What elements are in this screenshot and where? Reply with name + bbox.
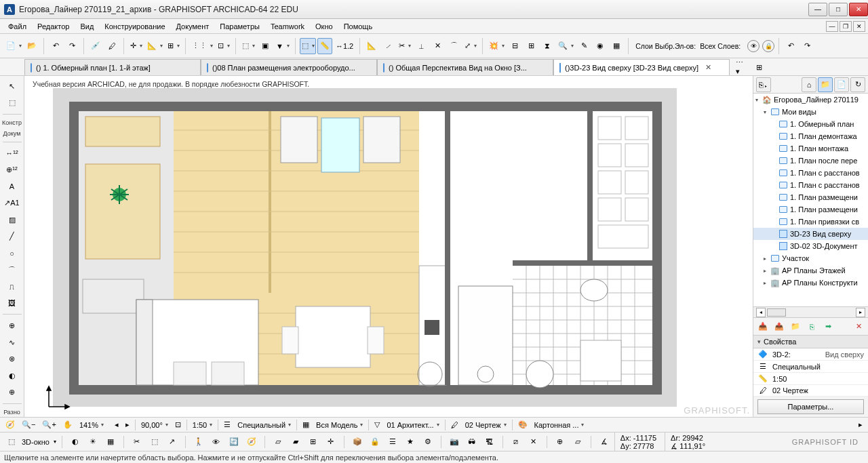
explode-button[interactable]: 💥 [487,38,506,54]
scroll-thumb[interactable] [767,308,786,317]
orbit-3d-button[interactable]: 🔄 [226,435,241,449]
new-button[interactable]: 📄 [4,38,23,54]
hotspot-tool[interactable]: ⊗ [3,351,22,367]
tree-other-folder[interactable]: ▸Участок [753,252,868,264]
layer-redo-button[interactable]: ↷ [800,38,814,54]
menu-document[interactable]: Документ [171,21,215,32]
menu-view[interactable]: Вид [75,21,99,32]
guideline-button[interactable]: 📐 [145,38,164,54]
trace-button[interactable]: ⬚ [300,38,316,54]
layer-lock-icon[interactable]: 🔒 [762,40,774,52]
pan-button[interactable]: ✋ [60,419,75,431]
override-icon[interactable]: 🎨 [515,419,530,431]
layer-combo-dropdown[interactable]: Специальный [235,419,294,431]
tree-my-views[interactable]: ▾Мои виды [753,106,868,118]
tab-overflow-button[interactable]: ⋯▾ [734,59,749,75]
tree-view-item[interactable]: 1. План размещени [753,203,868,216]
override-dropdown[interactable]: Картонная ... [532,419,587,431]
adjust-button[interactable]: ⟂ [414,38,429,54]
tree-view-3d-b[interactable]: 3D-02 3D-Документ [753,240,868,252]
editing-plane-button[interactable]: ▱ [271,435,285,449]
explore-button[interactable]: 🧭 [244,435,259,449]
new-folder-button[interactable]: 📁 [789,320,802,334]
close-button[interactable]: ✕ [849,3,868,16]
tree-other-folder[interactable]: ▸🏢AP Планы Конструкти [753,277,868,289]
snap-button[interactable]: ⊞ [165,38,181,54]
layers-3d-button[interactable]: ☰ [385,435,400,449]
text-tool[interactable]: A [3,179,22,195]
tab-2[interactable]: () Общая Перспектива Вид на Окно [З... [377,59,553,75]
angle-dropdown[interactable]: 90,00° [138,419,171,431]
drawing-tool[interactable]: 🖼 [3,296,22,311]
save-view-as-button[interactable]: 📤 [772,320,786,334]
camera-button[interactable]: 📷 [447,435,462,449]
settings-3d-button[interactable]: ⚙ [420,435,435,449]
tree-view-item[interactable]: 1. План с расстанов [753,167,868,179]
3d-window-icon[interactable]: ⬚ [4,435,19,449]
menu-teamwork[interactable]: Teamwork [265,21,310,32]
grid-3d-button[interactable]: ⊞ [306,435,321,449]
open-button[interactable]: 📂 [24,38,39,54]
measure-button[interactable]: 📐 [364,38,379,54]
menu-design[interactable]: Конструирование [99,21,170,32]
tag1-button[interactable]: ⧄ [509,435,524,449]
maximize-button[interactable]: □ [829,3,848,16]
sun-button[interactable]: ☀ [85,435,100,449]
filter-button[interactable]: ▦ [609,38,624,54]
split-button[interactable]: ✂ [397,38,412,54]
scroll-right-icon[interactable]: ▸ [856,308,865,317]
vr-button[interactable]: 🕶 [465,435,479,449]
polyline-tool[interactable]: ⎍ [3,279,22,294]
prev-zoom-button[interactable]: ◂ [112,419,121,431]
redo-button[interactable]: ↷ [64,38,79,54]
options-collapse-button[interactable]: ▸ [856,419,865,431]
figure-tool[interactable]: ◐ [3,368,22,384]
element-snap-button[interactable]: ⊡ [216,38,231,54]
tree-other-folder[interactable]: ▸🏢AP Планы Этажей [753,264,868,277]
find-select-button[interactable]: 🔍 [556,38,575,54]
scale-dropdown[interactable]: 1:50 [190,419,215,431]
align-button[interactable]: ⊟ [507,38,522,54]
graphisoft-id-label[interactable]: GRAPHISOFT ID [792,438,864,446]
mdi-minimize[interactable]: — [826,21,838,32]
arrow-tool[interactable]: ↖ [3,79,22,94]
suspend-groups-button[interactable]: ⬚ [240,38,256,54]
zoom-dropdown[interactable]: 141% [77,419,111,431]
fit-button[interactable]: ⊡ [172,419,184,431]
cursor-snap-button[interactable]: ✛ [128,38,144,54]
tree-view-item[interactable]: 1. План монтажа [753,142,868,155]
dimension-tool[interactable]: ↔¹² [3,146,22,161]
favorites-button[interactable]: ★ [403,435,418,449]
coord-plane-icon[interactable]: ▱ [570,435,585,449]
tree-view-item[interactable]: 1. План привязки св [753,216,868,228]
nav-popup-button[interactable]: ⎘▸ [756,77,771,92]
layer-combo-icon[interactable]: ☰ [221,419,233,431]
layer-eye-icon[interactable]: 👁 [747,40,760,52]
render-mode-button[interactable]: ◐ [68,435,83,449]
ruler-button[interactable]: 📏 [317,38,332,54]
menu-edit[interactable]: Редактор [32,21,75,32]
penset-icon[interactable]: 🖊 [448,419,461,431]
penset-dropdown[interactable]: 02 Чертеж [462,419,509,431]
navigator-tree[interactable]: ▾🏠Егорова_Лайнер 270119 ▾Мои виды 1. Обм… [753,94,868,306]
edit-selection-button[interactable]: ✎ [576,38,591,54]
menu-options[interactable]: Параметры [214,21,265,32]
lock-button[interactable]: 🔒 [368,435,382,449]
scroll-left-icon[interactable]: ◂ [756,308,766,317]
dimension-button[interactable]: ↔1.2 [334,38,355,54]
distribute-button[interactable]: ⊞ [524,38,538,54]
pickup-button[interactable]: 💉 [88,38,103,54]
marquee-3d-button[interactable]: ⬚ [147,435,162,449]
tab-layout-button[interactable]: ⊞ [751,59,766,75]
delete-view-button[interactable]: ✕ [852,320,865,334]
tag2-button[interactable]: ✕ [526,435,541,449]
fillet-button[interactable]: ⌒ [446,38,461,54]
circle-tool[interactable]: ○ [3,245,22,261]
model-view-dropdown[interactable]: Вся Модель [313,419,366,431]
select-mode-button[interactable]: ↗ [165,435,180,449]
3d-viewport[interactable]: Учебная версия ARCHICAD, не для продажи.… [24,76,753,417]
next-zoom-button[interactable]: ▸ [123,419,132,431]
menu-file[interactable]: Файл [3,21,32,32]
tree-view-item[interactable]: 1. План размещени [753,191,868,203]
tree-view-item[interactable]: 1. Обмерный план [753,118,868,130]
